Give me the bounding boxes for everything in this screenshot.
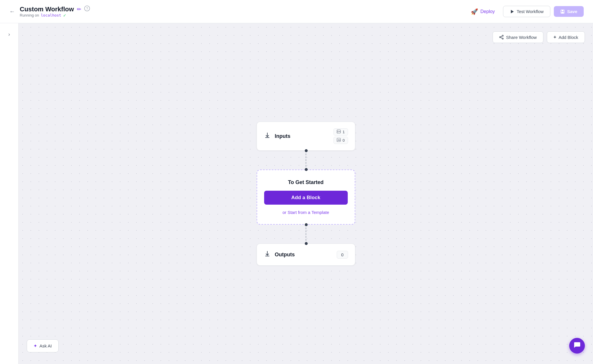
connector-dot-top: [305, 149, 308, 152]
svg-text:?: ?: [86, 7, 88, 11]
add-block-purple-button[interactable]: Add a Block: [264, 191, 348, 205]
save-icon: [560, 9, 565, 14]
chat-bubble-button[interactable]: [569, 338, 585, 354]
text-badge: Ab 0: [334, 137, 348, 144]
outputs-title: Outputs: [275, 252, 295, 258]
image-badge-count: 1: [343, 130, 345, 134]
outputs-icon: [264, 250, 271, 259]
add-block-button[interactable]: + Add Block: [547, 31, 585, 43]
chevron-right-icon: ›: [8, 31, 10, 37]
play-icon: [510, 9, 514, 14]
outputs-node-left: Outputs: [264, 250, 295, 259]
sidebar-toggle-button[interactable]: ›: [6, 29, 12, 40]
test-workflow-button[interactable]: Test Workflow: [503, 6, 550, 17]
inputs-node-left: Inputs: [264, 132, 291, 140]
back-button[interactable]: ←: [9, 8, 15, 15]
image-badge: 1: [334, 128, 348, 136]
share-icon: [499, 35, 504, 39]
sidebar: ›: [0, 23, 19, 364]
ask-ai-button[interactable]: ✦ Ask AI: [27, 339, 59, 352]
connector-dot-bottom: [305, 168, 308, 171]
image-badge-icon: [337, 129, 341, 134]
inputs-icon: [264, 132, 271, 140]
chat-icon: [573, 341, 581, 350]
header-right: 🚀 Deploy Test Workflow Save: [466, 6, 584, 17]
text-badge-count: 0: [343, 138, 345, 143]
or-text: or: [282, 210, 286, 215]
save-label: Save: [567, 9, 577, 14]
share-workflow-label: Share Workflow: [506, 35, 537, 40]
svg-line-10: [500, 37, 502, 38]
svg-rect-5: [561, 12, 564, 13]
test-label: Test Workflow: [517, 9, 544, 14]
inputs-node[interactable]: Inputs 1: [257, 122, 355, 151]
back-arrow-icon: ←: [9, 8, 15, 15]
sparkle-icon: ✦: [33, 343, 37, 349]
svg-marker-2: [511, 10, 514, 13]
ask-ai-label: Ask AI: [39, 343, 52, 348]
outputs-count-badge: 0: [337, 251, 348, 259]
add-block-label: Add Block: [558, 35, 578, 40]
connector-dot-top-2: [305, 223, 308, 226]
add-block-node: To Get Started Add a Block or Start from…: [257, 170, 355, 225]
edit-icon: ✏: [77, 6, 81, 12]
svg-rect-4: [562, 10, 563, 11]
text-badge-icon: Ab: [337, 138, 341, 143]
content: › Share Workflow + Add Block: [0, 23, 593, 364]
share-workflow-button[interactable]: Share Workflow: [493, 31, 544, 43]
canvas-toolbar: Share Workflow + Add Block: [493, 31, 585, 43]
host-label: localhost: [41, 13, 61, 17]
help-icon: ?: [84, 6, 90, 11]
svg-point-14: [338, 131, 338, 131]
edit-title-button[interactable]: ✏: [77, 6, 81, 12]
outputs-node[interactable]: Outputs 0: [257, 244, 355, 266]
deploy-label: Deploy: [480, 9, 495, 14]
svg-line-9: [500, 36, 502, 37]
header-left: ← Custom Workflow ✏ ? Running on localho…: [9, 6, 466, 18]
workflow-canvas: Share Workflow + Add Block: [19, 23, 593, 364]
connector-bottom: [306, 225, 306, 244]
workflow-title: Custom Workflow ✏ ?: [20, 6, 90, 13]
connector-dot-bottom-2: [305, 242, 308, 245]
workflow-nodes: Inputs 1: [257, 122, 355, 266]
running-status: Running on localhost ✓: [20, 13, 90, 18]
or-text-container: or Start from a Template: [282, 210, 329, 215]
save-button[interactable]: Save: [554, 6, 584, 17]
page-title: Custom Workflow: [20, 6, 74, 13]
inputs-title: Inputs: [275, 133, 291, 139]
svg-text:Ab: Ab: [338, 139, 340, 141]
svg-point-8: [502, 38, 503, 39]
check-icon: ✓: [63, 13, 66, 18]
svg-point-6: [502, 35, 503, 36]
add-block-purple-label: Add a Block: [291, 195, 320, 200]
deploy-button[interactable]: 🚀 Deploy: [466, 6, 500, 17]
plus-icon: +: [554, 35, 556, 40]
help-button[interactable]: ?: [84, 6, 90, 13]
inputs-badges: 1 Ab 0: [334, 128, 348, 144]
header: ← Custom Workflow ✏ ? Running on localho…: [0, 0, 593, 23]
get-started-title: To Get Started: [288, 179, 324, 185]
title-group: Custom Workflow ✏ ? Running on localhost…: [20, 6, 90, 18]
running-on-label: Running on: [20, 13, 39, 17]
rocket-icon: 🚀: [471, 8, 478, 15]
connector-top: [306, 151, 306, 170]
template-link[interactable]: Start from a Template: [288, 210, 329, 215]
svg-point-7: [500, 37, 501, 38]
